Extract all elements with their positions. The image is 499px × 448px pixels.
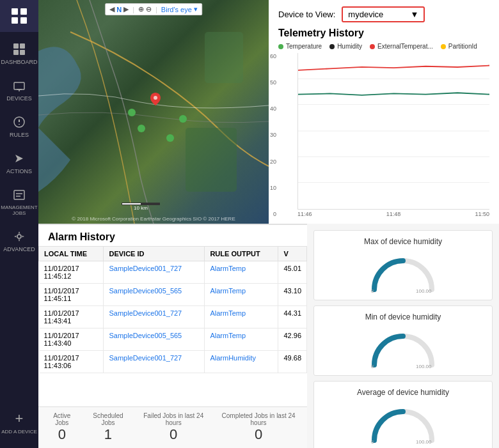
alarm-value: 45.01 xyxy=(278,261,307,284)
device-select[interactable]: mydevice ▼ xyxy=(342,6,425,22)
col-rule-output: RULE OUTPUT xyxy=(205,247,278,261)
alarm-table-row[interactable]: 11/01/201711:43:41 SampleDevice001_727 A… xyxy=(39,306,307,328)
legend-humidity: Humidity xyxy=(329,43,362,50)
right-panel: Max of device humidity 0 100.00 Min of d… xyxy=(307,224,499,448)
stats-bar: Active Jobs0Scheduled Jobs1Failed Jobs i… xyxy=(38,406,307,448)
svg-point-20 xyxy=(154,96,157,100)
alarm-time: 11/01/201711:43:41 xyxy=(39,306,104,328)
svg-rect-19 xyxy=(205,32,243,83)
stat-item: Active Jobs0 xyxy=(48,412,76,443)
sidebar-item-rules[interactable]: RULES xyxy=(0,108,38,144)
chart-legend: Temperature Humidity ExternalTemperat...… xyxy=(278,43,489,50)
svg-text:0: 0 xyxy=(371,439,374,444)
nav-right-icon[interactable]: ▶ xyxy=(123,5,129,13)
bird-eye-arrow: ▾ xyxy=(194,5,198,13)
map-pin-green-3 xyxy=(166,134,174,144)
legend-dot-external-temp xyxy=(370,44,375,49)
alarm-table-row[interactable]: 11/01/201711:43:40 SampleDevice005_565 A… xyxy=(39,328,307,351)
svg-text:100.00: 100.00 xyxy=(416,439,432,444)
map-container[interactable]: ◀ N ▶ | ⊕ ⊖ | Bird's eye ▾ xyxy=(38,0,269,224)
alarm-rule: AlarmTemp xyxy=(205,306,278,328)
sidebar-item-advanced[interactable]: ADVANCED xyxy=(0,222,38,259)
sidebar-item-management-jobs[interactable]: MANAGEMENT JOBS xyxy=(0,181,38,222)
chart-svg xyxy=(298,53,489,209)
alarm-time: 11/01/201711:45:11 xyxy=(39,284,104,306)
legend-dot-temperature xyxy=(278,44,283,49)
svg-point-38 xyxy=(401,410,405,413)
rules-icon xyxy=(12,114,27,130)
alarm-value: 43.10 xyxy=(278,284,307,306)
main-content: ◀ N ▶ | ⊕ ⊖ | Bird's eye ▾ xyxy=(38,0,499,448)
logo-icon xyxy=(10,7,28,25)
legend-external-temp: ExternalTemperat... xyxy=(370,43,433,50)
alarm-time: 11/01/201711:45:12 xyxy=(39,261,104,284)
map-pin-red xyxy=(150,93,161,107)
stat-item: Failed Jobs in last 24 hours0 xyxy=(140,412,207,443)
map-roads-svg xyxy=(38,0,269,224)
alarm-device: SampleDevice005_565 xyxy=(104,284,205,306)
legend-temperature: Temperature xyxy=(278,43,322,50)
alarm-value: 49.68 xyxy=(278,351,307,373)
svg-rect-1 xyxy=(20,8,27,15)
alarm-table-row[interactable]: 11/01/201711:45:11 SampleDevice005_565 A… xyxy=(39,284,307,306)
sidebar-item-actions[interactable]: ACTIONS xyxy=(0,144,38,181)
add-device-button[interactable]: + ADD A DEVICE xyxy=(0,404,38,442)
svg-rect-18 xyxy=(186,128,237,192)
nav-left-icon[interactable]: ◀ xyxy=(109,5,115,13)
map-copyright: © 2018 Microsoft Corporation Earthstar G… xyxy=(38,216,269,222)
sidebar-item-devices[interactable]: DEVICES xyxy=(0,72,38,108)
svg-text:100.00: 100.00 xyxy=(416,288,432,293)
sidebar-item-dashboard[interactable]: DASHBOARD xyxy=(0,35,38,72)
col-device-id: DEVICE ID xyxy=(104,247,205,261)
alarm-table[interactable]: LOCAL TIME DEVICE ID RULE OUTPUT V 11/01… xyxy=(38,246,307,406)
jobs-icon xyxy=(12,187,27,203)
svg-rect-2 xyxy=(12,17,18,24)
x-axis-labels: 11:46 11:48 11:50 xyxy=(297,211,489,217)
gauge-svg: 0 100.00 xyxy=(368,327,438,368)
gauge-title: Min of device humidity xyxy=(365,313,441,321)
alarm-rule: AlarmHumidity xyxy=(205,351,278,373)
map-toolbar: ◀ N ▶ | ⊕ ⊖ | Bird's eye ▾ xyxy=(105,3,202,15)
alarm-device: SampleDevice005_565 xyxy=(104,328,205,351)
chart-section: 60 50 40 30 20 10 0 xyxy=(278,53,489,217)
stat-item: Scheduled Jobs1 xyxy=(89,412,128,443)
top-section: ◀ N ▶ | ⊕ ⊖ | Bird's eye ▾ xyxy=(38,0,499,224)
advanced-icon xyxy=(12,229,27,244)
svg-rect-7 xyxy=(20,50,25,55)
device-to-view-section: Device to View: mydevice ▼ xyxy=(278,6,489,22)
alarm-time: 11/01/201711:43:06 xyxy=(39,351,104,373)
y-axis-labels: 60 50 40 30 20 10 0 xyxy=(260,53,276,217)
gauge-widget: 0 100.00 xyxy=(368,402,438,444)
zoom-out-icon[interactable]: ⊖ xyxy=(146,5,152,13)
zoom-in-icon[interactable]: ⊕ xyxy=(138,5,144,13)
svg-text:100.00: 100.00 xyxy=(416,364,432,368)
chart-area xyxy=(297,53,489,210)
actions-icon xyxy=(12,151,27,166)
gauge-svg: 0 100.00 xyxy=(368,251,438,293)
alarm-device: SampleDevice001_727 xyxy=(104,306,205,328)
legend-partition-id: PartitionId xyxy=(441,43,477,50)
svg-rect-14 xyxy=(14,190,24,199)
sidebar-logo xyxy=(0,0,38,32)
alarm-value: 44.31 xyxy=(278,306,307,328)
alarm-table-row[interactable]: 11/01/201711:43:06 SampleDevice001_727 A… xyxy=(39,351,307,373)
gauge-title: Max of device humidity xyxy=(364,237,442,246)
svg-rect-6 xyxy=(13,50,19,55)
svg-point-24 xyxy=(179,115,187,123)
gauge-card: Average of device humidity 0 100.00 xyxy=(313,381,493,448)
stat-item: Completed Jobs in last 24 hours0 xyxy=(219,412,297,443)
svg-rect-0 xyxy=(12,8,18,15)
telemetry-title: Telemetry History xyxy=(278,27,489,39)
gauge-widget: 0 100.00 xyxy=(368,251,438,293)
svg-rect-8 xyxy=(14,82,24,89)
chart-wrapper: 11:46 11:48 11:50 xyxy=(297,53,489,217)
svg-rect-3 xyxy=(20,17,27,24)
bottom-section: Alarm History LOCAL TIME DEVICE ID RULE … xyxy=(38,224,499,448)
alarm-table-row[interactable]: 11/01/201711:45:12 SampleDevice001_727 A… xyxy=(39,261,307,284)
telemetry-panel: Device to View: mydevice ▼ Telemetry His… xyxy=(269,0,499,224)
col-value: V xyxy=(278,247,307,261)
bird-eye-button[interactable]: Bird's eye xyxy=(161,6,192,13)
svg-point-32 xyxy=(401,259,405,263)
gauge-widget: 0 100.00 xyxy=(368,327,438,368)
gauge-title: Average of device humidity xyxy=(357,388,449,397)
